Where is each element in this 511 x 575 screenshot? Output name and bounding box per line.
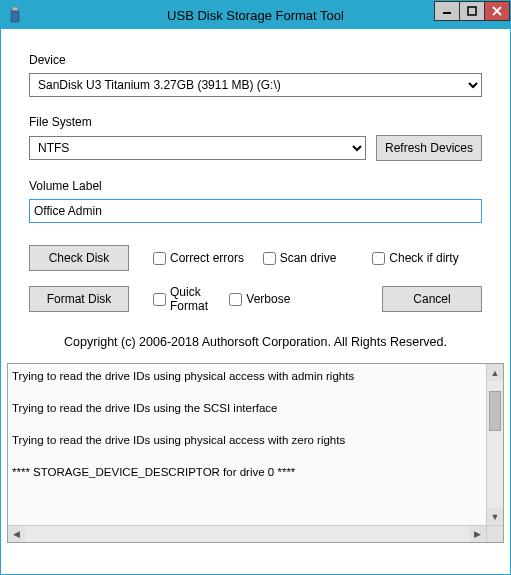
scan-drive-checkbox[interactable]: Scan drive	[263, 251, 373, 265]
device-select[interactable]: SanDisk U3 Titanium 3.27GB (3911 MB) (G:…	[29, 73, 482, 97]
log-output[interactable]: Trying to read the drive IDs using physi…	[8, 364, 503, 525]
log-line: Trying to read the drive IDs using physi…	[12, 434, 499, 446]
log-line: Trying to read the drive IDs using physi…	[12, 370, 499, 382]
copyright-text: Copyright (c) 2006-2018 Authorsoft Corpo…	[29, 335, 482, 349]
check-disk-button[interactable]: Check Disk	[29, 245, 129, 271]
format-disk-button[interactable]: Format Disk	[29, 286, 129, 312]
volume-label-label: Volume Label	[29, 179, 482, 193]
device-label: Device	[29, 53, 482, 67]
close-button[interactable]	[484, 1, 510, 21]
cancel-button[interactable]: Cancel	[382, 286, 482, 312]
filesystem-label: File System	[29, 115, 482, 129]
quick-format-checkbox[interactable]: Quick Format	[153, 285, 229, 313]
refresh-devices-button[interactable]: Refresh Devices	[376, 135, 482, 161]
main-panel: Device SanDisk U3 Titanium 3.27GB (3911 …	[1, 29, 510, 363]
scroll-track[interactable]	[487, 381, 503, 508]
vertical-scrollbar[interactable]: ▲ ▼	[486, 364, 503, 525]
svg-rect-3	[468, 7, 476, 15]
title-bar: USB Disk Storage Format Tool	[1, 1, 510, 29]
scroll-corner	[486, 526, 503, 542]
log-panel: Trying to read the drive IDs using physi…	[7, 363, 504, 543]
filesystem-select[interactable]: NTFS	[29, 136, 366, 160]
maximize-button[interactable]	[459, 1, 485, 21]
log-line: Trying to read the drive IDs using the S…	[12, 402, 499, 414]
minimize-button[interactable]	[434, 1, 460, 21]
scroll-right-icon[interactable]: ▶	[469, 526, 486, 542]
scroll-left-icon[interactable]: ◀	[8, 526, 25, 542]
log-line: **** STORAGE_DEVICE_DESCRIPTOR for drive…	[12, 466, 499, 478]
scroll-down-icon[interactable]: ▼	[487, 508, 503, 525]
check-if-dirty-checkbox[interactable]: Check if dirty	[372, 251, 482, 265]
window-controls	[435, 1, 510, 21]
scroll-up-icon[interactable]: ▲	[487, 364, 503, 381]
horizontal-scrollbar[interactable]: ◀ ▶	[8, 525, 503, 542]
verbose-checkbox[interactable]: Verbose	[229, 292, 305, 306]
scroll-thumb[interactable]	[489, 391, 501, 431]
volume-label-input[interactable]	[29, 199, 482, 223]
correct-errors-checkbox[interactable]: Correct errors	[153, 251, 263, 265]
